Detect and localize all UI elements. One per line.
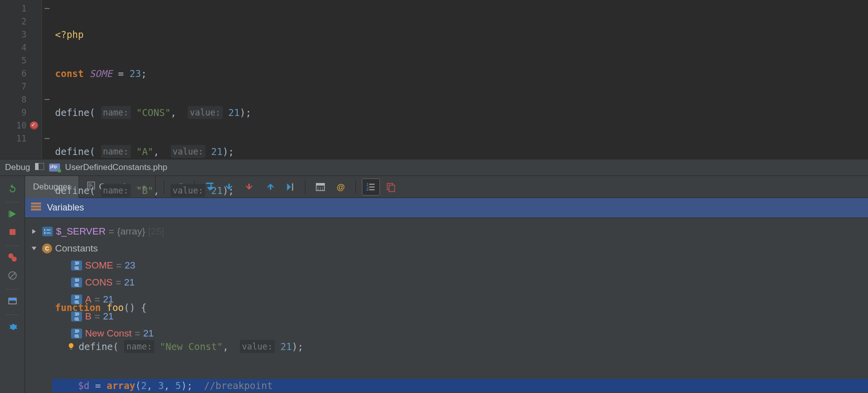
fold-end-icon[interactable] — [45, 138, 50, 139]
svg-rect-35 — [31, 202, 41, 204]
fold-strip[interactable] — [42, 0, 52, 159]
code-line[interactable] — [52, 262, 868, 275]
line-number: 11 — [17, 134, 27, 144]
line-number: 1 — [22, 4, 27, 14]
php-file-icon — [49, 164, 60, 172]
code-area[interactable]: <?php const SOME = 23; define( name: "CO… — [52, 0, 868, 159]
line-number: 6 — [22, 68, 27, 78]
intention-bulb-icon[interactable] — [67, 342, 76, 351]
debug-side-toolbar — [0, 176, 25, 393]
expand-icon[interactable] — [31, 228, 39, 234]
code-line[interactable]: define( name: "A", value: 21); — [52, 145, 868, 158]
view-breakpoints-button[interactable] — [5, 250, 20, 265]
svg-rect-36 — [31, 206, 41, 208]
layout-icon — [35, 162, 44, 172]
line-number: 8 — [22, 94, 27, 104]
code-line-current[interactable]: $d = array(2, 3, 5); //breakpoint — [52, 379, 868, 392]
debug-title: Debug — [5, 162, 30, 172]
line-number: 7 — [22, 82, 27, 92]
resume-button[interactable] — [5, 206, 20, 222]
line-number: 9 — [22, 108, 27, 118]
code-editor[interactable]: 1 2 3 4 5 6 7 8 9 10 11 <?php const SOME… — [0, 0, 868, 159]
breakpoint-icon[interactable] — [30, 121, 39, 130]
code-line[interactable]: define( name: "B", value: 21); — [52, 184, 868, 197]
svg-rect-2 — [9, 210, 10, 217]
stop-button[interactable] — [5, 224, 20, 240]
line-number: 2 — [22, 16, 27, 26]
code-line[interactable] — [52, 223, 868, 236]
svg-point-5 — [12, 256, 17, 262]
line-gutter[interactable]: 1 2 3 4 5 6 7 8 9 10 11 — [0, 0, 42, 159]
code-line[interactable]: function foo() { — [52, 301, 868, 314]
line-number: 3 — [22, 30, 27, 40]
ide-window: 1 2 3 4 5 6 7 8 9 10 11 <?php const SOME… — [0, 0, 868, 393]
layout-button[interactable] — [5, 294, 20, 308]
settings-button[interactable] — [5, 319, 20, 334]
rerun-button[interactable] — [5, 181, 20, 196]
mute-breakpoints-button[interactable] — [5, 268, 20, 283]
fold-icon[interactable] — [45, 8, 50, 9]
line-number: 4 — [22, 42, 27, 52]
code-line[interactable]: <?php — [52, 28, 868, 41]
svg-line-7 — [10, 272, 16, 278]
fold-icon[interactable] — [45, 99, 50, 100]
line-number: 10 — [17, 120, 27, 130]
array-icon: 13 — [42, 226, 53, 236]
line-number: 5 — [22, 56, 27, 66]
variables-icon — [31, 202, 41, 213]
code-line[interactable]: define( name: "New Const", value: 21); — [52, 340, 868, 353]
svg-rect-9 — [9, 298, 16, 300]
collapse-icon[interactable] — [31, 246, 39, 252]
code-line[interactable]: define( name: "CONS", value: 21); — [52, 106, 868, 119]
constant-group-icon: C — [42, 244, 52, 254]
code-line[interactable]: const SOME = 23; — [52, 67, 868, 80]
svg-rect-1 — [35, 163, 39, 170]
svg-rect-3 — [10, 229, 16, 235]
svg-rect-37 — [31, 208, 41, 210]
svg-text:3: 3 — [44, 232, 46, 234]
